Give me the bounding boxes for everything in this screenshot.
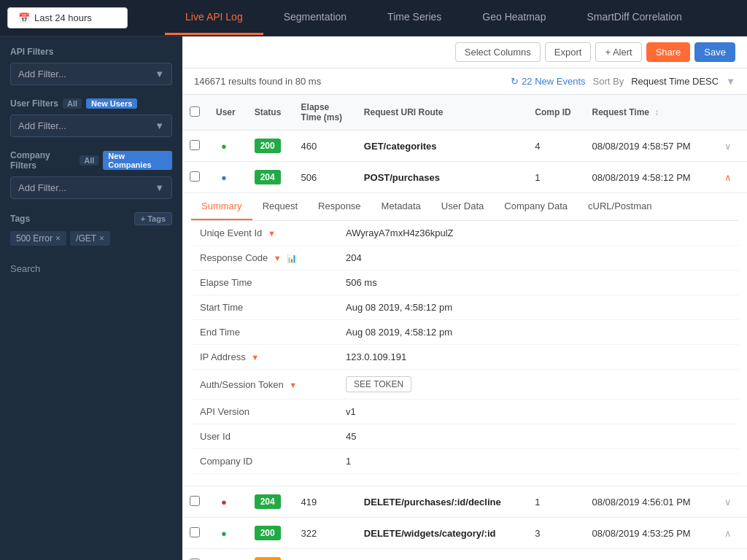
detail-tab-request[interactable]: Request: [252, 193, 308, 220]
row4-expand[interactable]: ∧: [713, 518, 747, 549]
remove-tag-500-error[interactable]: ×: [55, 233, 61, 244]
detail-value-eventid: AWyrayA7mxH4z36kpulZ: [337, 221, 738, 246]
col-compid: Comp ID: [527, 95, 584, 131]
detail-value-endtime: Aug 08 2019, 4:58:12 pm: [337, 320, 738, 345]
row5-expand[interactable]: ∨: [713, 549, 747, 561]
add-tags-button[interactable]: + Tags: [134, 212, 172, 225]
detail-value-starttime: Aug 08 2019, 4:58:12 pm: [337, 295, 738, 320]
row4-status: 200: [247, 518, 294, 549]
select-columns-button[interactable]: Select Columns: [455, 42, 541, 62]
detail-row-responsecode: Response Code ▼ 📊 204: [191, 246, 738, 271]
row1-expand[interactable]: ∨: [713, 131, 747, 162]
api-filter-arrow-icon: ▼: [155, 69, 164, 79]
detail-label-elapsetime: Elapse Time: [191, 271, 337, 295]
row2-requesttime: 08/08/2019 4:58:12 PM: [585, 162, 713, 193]
company-filters-select[interactable]: Add Filter... ▼: [10, 176, 172, 199]
expand-icon4[interactable]: ∧: [720, 526, 736, 540]
detail-tab-summary[interactable]: Summary: [191, 193, 252, 220]
search-label: Search: [10, 263, 40, 274]
user-filter-badge-new[interactable]: New Users: [86, 98, 137, 109]
share-button[interactable]: Share: [646, 42, 691, 62]
row2-checkbox[interactable]: [190, 171, 200, 182]
detail-tab-curl[interactable]: cURL/Postman: [578, 193, 662, 220]
results-count: 146671 results found in 80 ms: [194, 76, 321, 87]
main-layout: API Filters Add Filter... ▼ User Filters…: [0, 36, 747, 560]
row1-status: 200: [247, 131, 294, 162]
search-section[interactable]: Search: [10, 259, 172, 279]
tab-live-api-log[interactable]: Live API Log: [165, 1, 263, 35]
status-badge-200: 200: [255, 139, 281, 153]
sidebar: API Filters Add Filter... ▼ User Filters…: [0, 36, 182, 560]
expand-icon[interactable]: ∨: [720, 139, 736, 153]
sort-arrow-icon: ↕: [654, 107, 659, 117]
tab-segmentation[interactable]: Segmentation: [263, 1, 367, 35]
detail-value-companyid[interactable]: 1: [337, 449, 738, 474]
row2-expand[interactable]: ∧: [713, 162, 747, 193]
time-picker[interactable]: 📅 Last 24 hours: [7, 7, 128, 28]
tab-geo-heatmap[interactable]: Geo Heatmap: [462, 1, 566, 35]
status-badge-204b: 204: [255, 494, 281, 509]
tag-chip-get: /GET ×: [70, 231, 110, 246]
detail-tab-companydata[interactable]: Company Data: [494, 193, 578, 220]
status-badge-204: 204: [255, 170, 281, 184]
detail-row-ipaddress: IP Address ▼ 123.0.109.191: [191, 345, 738, 370]
company-filter-badge-all[interactable]: All: [80, 155, 98, 166]
alert-button[interactable]: + Alert: [595, 42, 641, 62]
detail-tab-userdata[interactable]: User Data: [431, 193, 495, 220]
api-filters-label: API Filters: [10, 47, 172, 57]
tab-time-series[interactable]: Time Series: [367, 1, 462, 35]
export-button[interactable]: Export: [545, 42, 592, 62]
sort-label: Sort By: [593, 76, 624, 87]
row2-elapse: 506: [294, 162, 357, 193]
col-user: User: [209, 95, 247, 131]
tab-smartdiff[interactable]: SmartDiff Correlation: [566, 1, 702, 35]
detail-tab-metadata[interactable]: Metadata: [371, 193, 431, 220]
col-route: Request URI Route: [357, 95, 527, 131]
row1-checkbox[interactable]: [190, 140, 200, 150]
top-navigation: 📅 Last 24 hours Live API Log Segmentatio…: [0, 0, 747, 36]
user-filters-label: User Filters All New Users: [10, 98, 172, 109]
row5-route: GET/widgets/buying/: [357, 549, 527, 561]
row4-checkbox[interactable]: [190, 527, 200, 537]
detail-value-responsecode: 204: [337, 246, 738, 271]
row3-checkbox-cell: [182, 486, 209, 518]
tags-label: Tags: [10, 214, 30, 224]
detail-tab-response[interactable]: Response: [308, 193, 371, 220]
sort-dropdown-icon[interactable]: ▼: [726, 76, 735, 87]
row3-checkbox[interactable]: [190, 496, 200, 506]
row2-status: 204: [247, 162, 294, 193]
user-filter-badge-all[interactable]: All: [63, 98, 82, 109]
save-button[interactable]: Save: [694, 42, 735, 62]
row3-expand[interactable]: ∨: [713, 486, 747, 518]
api-filter-placeholder: Add Filter...: [18, 69, 66, 79]
select-all-checkbox[interactable]: [190, 106, 200, 117]
detail-row-eventid: Uniqe Event Id ▼ AWyrayA7mxH4z36kpulZ: [191, 221, 738, 246]
sort-value[interactable]: Request Time DESC: [631, 76, 719, 87]
time-picker-label: Last 24 hours: [34, 12, 92, 23]
user-filters-select[interactable]: Add Filter... ▼: [10, 114, 172, 137]
detail-value-userid[interactable]: 45: [337, 424, 738, 449]
collapse-icon[interactable]: ∧: [720, 171, 736, 184]
new-events-indicator[interactable]: ↻ 22 New Events: [511, 76, 585, 87]
expand-icon3[interactable]: ∨: [720, 495, 736, 509]
api-log-table-container: User Status ElapseTime (ms) Request URI …: [182, 95, 747, 560]
company-filter-badge-new[interactable]: New Companies: [103, 151, 172, 170]
remove-tag-get[interactable]: ×: [99, 233, 104, 244]
row1-checkbox-cell: [182, 131, 209, 162]
detail-label-authtoken: Auth/Session Token ▼: [191, 370, 337, 400]
chart-icon: 📊: [287, 254, 297, 262]
api-filters-select[interactable]: Add Filter... ▼: [10, 63, 172, 85]
expand-icon5[interactable]: ∨: [720, 558, 736, 561]
detail-label-eventid: Uniqe Event Id ▼: [191, 221, 337, 246]
table-row: ● 401 165 GET/widgets/buying/ 1 08/08/20…: [182, 549, 747, 561]
see-token-button[interactable]: SEE TOKEN: [346, 376, 411, 392]
company-filter-placeholder: Add Filter...: [18, 182, 66, 193]
user-icon-blue: ●: [216, 169, 232, 185]
filter-icon3: ▼: [251, 353, 259, 362]
detail-label-userid: User Id: [191, 424, 337, 449]
row5-compid: 1: [527, 549, 584, 561]
row2-route: POST/purchases: [357, 162, 527, 193]
company-filter-arrow-icon: ▼: [155, 182, 164, 193]
detail-row-authtoken: Auth/Session Token ▼ SEE TOKEN: [191, 370, 738, 400]
row4-checkbox-cell: [182, 518, 209, 549]
